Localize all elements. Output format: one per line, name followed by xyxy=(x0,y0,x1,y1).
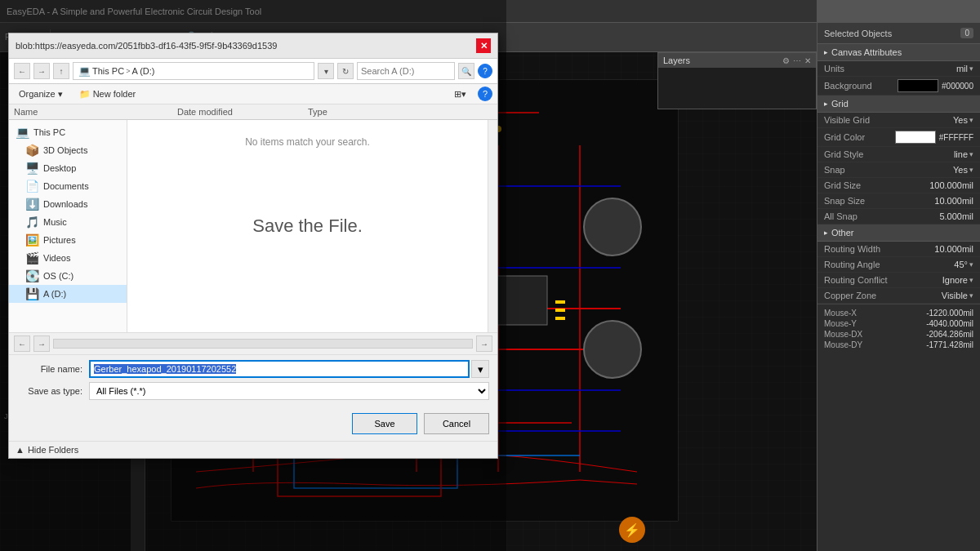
new-folder-button[interactable]: 📁 New folder xyxy=(74,87,141,101)
mouse-x-label: Mouse-X xyxy=(824,309,857,318)
nav-up-button[interactable]: ↑ xyxy=(53,63,69,79)
other-section[interactable]: Other xyxy=(817,224,980,242)
routing-width-row: Routing Width 10.000mil xyxy=(817,242,980,257)
save-button[interactable]: Save xyxy=(352,413,417,434)
snap-dropdown-icon[interactable]: ▾ xyxy=(969,166,973,174)
nav-item-videos[interactable]: 🎬 Videos xyxy=(9,249,127,267)
copper-zone-value[interactable]: Visible ▾ xyxy=(942,291,973,300)
units-value: mil ▾ xyxy=(956,64,973,73)
routing-angle-dropdown-icon[interactable]: ▾ xyxy=(969,260,973,269)
routing-angle-value[interactable]: 45° ▾ xyxy=(954,260,973,269)
music-icon: 🎵 xyxy=(25,216,39,229)
nav-item-pictures[interactable]: 🖼️ Pictures xyxy=(9,231,127,249)
nav-item-downloads[interactable]: ⬇️ Downloads xyxy=(9,195,127,213)
file-save-dialog: blob:https://easyeda.com/2051fbb3-df16-4… xyxy=(8,33,498,459)
layers-more-btn[interactable]: ⋯ xyxy=(793,56,801,65)
search-button[interactable]: 🔍 xyxy=(458,63,474,79)
file-name-input[interactable] xyxy=(89,360,470,378)
col-header-name[interactable]: Name xyxy=(14,107,177,117)
grid-color-swatch[interactable] xyxy=(895,131,936,144)
mouse-info: Mouse-X -1220.000mil Mouse-Y -4040.000mi… xyxy=(817,304,980,353)
file-name-label: File name: xyxy=(17,364,82,374)
dialog-close-button[interactable]: ✕ xyxy=(476,38,491,53)
address-dropdown-button[interactable]: ▾ xyxy=(318,63,334,79)
svg-point-15 xyxy=(584,321,641,378)
svg-rect-20 xyxy=(555,309,565,312)
dialog-form: File name: ▾ Save as type: All Files (*.… xyxy=(9,355,497,409)
drive-a-label: A (D:) xyxy=(43,289,66,299)
nav-item-this-pc[interactable]: 💻 This PC xyxy=(9,123,127,141)
background-value[interactable]: #000000 xyxy=(898,79,973,92)
address-drive-a: A (D:) xyxy=(131,66,154,76)
nav-item-desktop[interactable]: 🖥️ Desktop xyxy=(9,159,127,177)
visible-grid-dropdown-icon[interactable]: ▾ xyxy=(969,116,973,124)
col-header-date[interactable]: Date modified xyxy=(177,107,308,117)
all-snap-row: All Snap 5.000mil xyxy=(817,209,980,224)
snap-label: Snap xyxy=(824,165,953,175)
layers-close-btn[interactable]: ✕ xyxy=(804,56,811,65)
canvas-attributes-label: Canvas Attributes xyxy=(831,47,902,57)
bottom-right-button[interactable]: → xyxy=(476,335,492,352)
hide-folders-button[interactable]: ▲ Hide Folders xyxy=(16,445,78,455)
nav-item-3d-objects[interactable]: 📦 3D Objects xyxy=(9,141,127,159)
question-mark-button[interactable]: ? xyxy=(478,87,492,101)
snap-size-label: Snap Size xyxy=(824,196,934,206)
save-as-select[interactable]: All Files (*.*) xyxy=(89,382,489,400)
search-input[interactable] xyxy=(357,62,455,80)
dialog-bottom-nav: ← → → xyxy=(9,332,497,355)
layers-content xyxy=(658,68,816,109)
cancel-button[interactable]: Cancel xyxy=(424,413,489,434)
column-headers: Name Date modified Type xyxy=(9,104,497,120)
units-dropdown-icon[interactable]: ▾ xyxy=(969,64,973,73)
grid-color-label: Grid Color xyxy=(824,132,895,142)
nav-item-drive-a[interactable]: 💾 A (D:) xyxy=(9,285,127,303)
snap-value[interactable]: Yes ▾ xyxy=(953,165,973,175)
grid-style-value[interactable]: line ▾ xyxy=(954,149,973,159)
nav-forward-button[interactable]: → xyxy=(33,63,50,79)
nav-item-os-c[interactable]: 💽 OS (C:) xyxy=(9,267,127,285)
grid-section[interactable]: Grid xyxy=(817,96,980,113)
background-color-swatch[interactable] xyxy=(898,79,938,92)
routing-conflict-dropdown-icon[interactable]: ▾ xyxy=(969,276,973,284)
svg-rect-21 xyxy=(555,317,565,320)
grid-style-row: Grid Style line ▾ xyxy=(817,147,980,162)
bottom-forward-button[interactable]: → xyxy=(33,335,50,352)
organize-button[interactable]: Organize ▾ xyxy=(14,87,68,101)
dialog-scrollbar[interactable] xyxy=(488,120,497,332)
address-this-pc: This PC xyxy=(92,66,124,76)
background-row: Background #000000 xyxy=(817,77,980,96)
file-name-dropdown-button[interactable]: ▾ xyxy=(471,360,489,378)
layers-controls: ⚙ ⋯ ✕ xyxy=(782,56,811,65)
nav-item-music[interactable]: 🎵 Music xyxy=(9,213,127,231)
help-button[interactable]: ? xyxy=(478,64,492,78)
routing-conflict-label: Routing Conflict xyxy=(824,275,942,285)
file-name-row: File name: ▾ xyxy=(17,360,489,378)
col-header-type[interactable]: Type xyxy=(308,107,492,117)
all-snap-value: 5.000mil xyxy=(939,211,973,221)
pictures-label: Pictures xyxy=(43,235,76,245)
refresh-button[interactable]: ↻ xyxy=(337,63,354,79)
this-pc-label: This PC xyxy=(33,127,65,137)
routing-conflict-row: Routing Conflict Ignore ▾ xyxy=(817,273,980,288)
view-toggle-button[interactable]: ⊞▾ xyxy=(449,87,471,101)
visible-grid-value[interactable]: Yes ▾ xyxy=(953,115,973,125)
grid-style-dropdown-icon[interactable]: ▾ xyxy=(969,150,973,158)
mouse-y-value: -4040.000mil xyxy=(926,319,973,328)
grid-color-value[interactable]: #FFFFFF xyxy=(895,131,973,144)
copper-zone-dropdown-icon[interactable]: ▾ xyxy=(969,291,973,300)
bottom-back-button[interactable]: ← xyxy=(14,335,30,352)
nav-item-documents[interactable]: 📄 Documents xyxy=(9,177,127,195)
desktop-icon: 🖥️ xyxy=(25,162,39,175)
routing-conflict-value[interactable]: Ignore ▾ xyxy=(942,275,973,285)
nav-back-button[interactable]: ← xyxy=(14,63,30,79)
canvas-attributes-section[interactable]: Canvas Attributes xyxy=(817,44,980,61)
dialog-overlay: blob:https://easyeda.com/2051fbb3-df16-4… xyxy=(0,0,506,551)
horizontal-scrollbar[interactable] xyxy=(53,339,473,349)
layers-settings-btn[interactable]: ⚙ xyxy=(782,56,790,65)
grid-label: Grid xyxy=(831,99,849,109)
downloads-icon: ⬇️ xyxy=(25,198,39,211)
right-panel: Selected Objects 0 Canvas Attributes Uni… xyxy=(817,0,980,551)
file-name-input-container: ▾ xyxy=(89,360,489,378)
save-prompt: Save the File. xyxy=(252,216,363,237)
routing-angle-label: Routing Angle xyxy=(824,260,954,269)
